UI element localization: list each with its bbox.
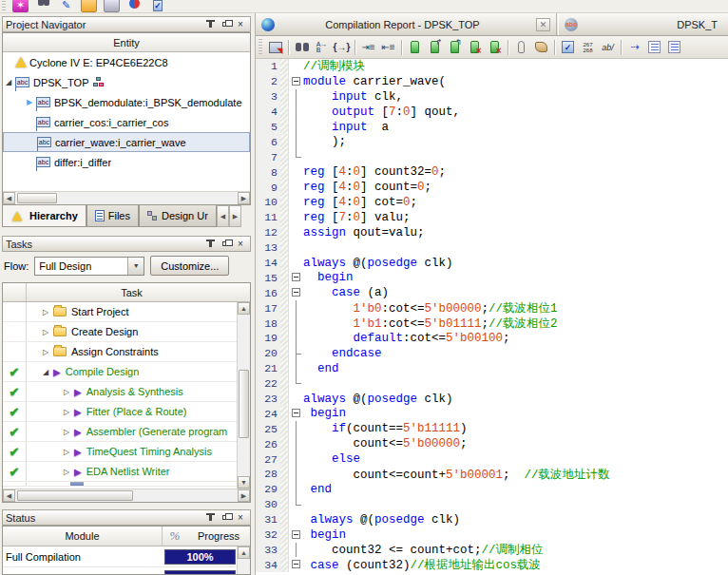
code-line[interactable]: 17 1'b0:cot<=5'b00000;//载波相位1: [256, 300, 728, 316]
float-icon[interactable]: [219, 18, 232, 30]
tasks-hscrollbar[interactable]: ◀ ▶: [3, 489, 250, 502]
code-line[interactable]: 2module carrier_wave(: [256, 74, 728, 89]
tab-files[interactable]: Files: [86, 205, 139, 227]
outdent-icon[interactable]: ⇤≡: [379, 38, 397, 56]
code-line[interactable]: 19 default:cot<=5'b00100;: [256, 331, 728, 346]
code-line[interactable]: 16 case (a): [256, 285, 728, 300]
entity-column-header[interactable]: Entity: [3, 33, 250, 52]
new-window-icon[interactable]: [266, 38, 284, 56]
code-line[interactable]: 15 begin: [256, 270, 728, 285]
find-icon[interactable]: [293, 38, 311, 56]
code-line[interactable]: 9reg [4:0] count=0;: [256, 180, 728, 195]
fold-collapse-icon[interactable]: [292, 77, 300, 86]
tab-hierarchy[interactable]: Hierarchy: [2, 205, 86, 227]
collapsed-icon[interactable]: ▷: [61, 468, 72, 476]
customize-button[interactable]: Customize...: [150, 256, 229, 276]
pin-icon[interactable]: [203, 18, 217, 30]
code-line[interactable]: 28 count<=count+5'b00001; //载波地址计数: [256, 467, 728, 482]
code-line[interactable]: 25 if(count==5'b11111): [256, 421, 728, 436]
window-icon[interactable]: [104, 0, 120, 12]
comment-icon[interactable]: ab/: [599, 38, 617, 56]
tree-item[interactable]: abccarrier_cos:i_carrier_cos: [3, 112, 250, 132]
code-line[interactable]: 31 always @(posedge clk): [256, 512, 728, 527]
bookmark-next-icon[interactable]: ↱: [426, 38, 444, 56]
code-line[interactable]: 23always @(posedge clk): [256, 392, 728, 407]
code-line[interactable]: 1//调制模块: [256, 59, 728, 74]
check-doc-icon[interactable]: ✓: [149, 0, 165, 12]
find-icon[interactable]: [35, 0, 51, 12]
code-line[interactable]: 11reg [7:0] valu;: [256, 210, 728, 225]
task-row[interactable]: ▷Start Project: [3, 302, 237, 322]
code-line[interactable]: 21 end: [256, 361, 728, 376]
code-line[interactable]: 8reg [4:0] count32=0;: [256, 164, 728, 180]
task-row[interactable]: ✔▷▶EDA Netlist Writer: [3, 462, 237, 482]
close-icon[interactable]: ×: [234, 238, 247, 250]
task-row[interactable]: ✔◢▶Compile Design: [3, 362, 237, 382]
task-row[interactable]: ▷Assign Constraints: [3, 342, 237, 362]
code-line[interactable]: 12assign qout=valu;: [256, 225, 728, 240]
fold-collapse-icon[interactable]: [292, 409, 300, 417]
code-line[interactable]: 20 endcase: [256, 346, 728, 361]
tree-item[interactable]: abccarrier_wave:i_carrier_wave: [3, 132, 250, 152]
code-line[interactable]: 22: [256, 376, 728, 392]
scroll-up-icon[interactable]: ▲: [238, 302, 250, 315]
collapsed-icon[interactable]: ▷: [61, 388, 72, 396]
scroll-up-icon[interactable]: ▲: [238, 546, 250, 559]
search-highlight-icon[interactable]: ✶: [12, 0, 29, 12]
expand-play-icon[interactable]: ▶: [24, 98, 35, 106]
scroll-down-icon[interactable]: ▼: [238, 476, 250, 489]
code-line[interactable]: 5 input a: [256, 120, 728, 135]
indent-icon[interactable]: ⇥≡: [359, 38, 377, 56]
fold-collapse-icon[interactable]: [292, 288, 300, 297]
status-row[interactable]: Analysis & Synthesis100%: [3, 567, 238, 575]
tree-item[interactable]: ▶abcBPSK_demodulate:i_BPSK_demodulate: [3, 92, 250, 112]
float-icon[interactable]: [219, 238, 232, 250]
tab-design-units[interactable]: Design Ur: [139, 205, 217, 227]
task-row[interactable]: ▷Create Design: [3, 322, 237, 342]
fold-collapse-icon[interactable]: [292, 560, 300, 568]
format-doc-icon[interactable]: [645, 38, 663, 56]
collapsed-icon[interactable]: ▷: [61, 408, 72, 416]
bookmark-delete-icon[interactable]: ✕: [466, 38, 484, 56]
scroll-left-icon[interactable]: ◀: [3, 192, 15, 204]
code-line[interactable]: 7: [256, 149, 728, 164]
code-line[interactable]: 34 case (count32)//根据地址输出cos载波: [256, 557, 728, 572]
scroll-right-icon[interactable]: ▶: [238, 489, 250, 502]
tree-item[interactable]: abcdiffer:i_differ: [3, 152, 250, 172]
compile-icon[interactable]: [126, 0, 143, 12]
flow-dropdown[interactable]: Full Design ▼: [34, 257, 144, 276]
code-line[interactable]: 3 input clk,: [256, 89, 728, 105]
float-icon[interactable]: [219, 511, 232, 524]
bookmark-delete-all-icon[interactable]: ✕: [486, 38, 504, 56]
pin-icon[interactable]: [203, 238, 217, 250]
scroll-right-icon[interactable]: ▶: [238, 192, 250, 204]
code-line[interactable]: 6 );: [256, 134, 728, 149]
code-editor[interactable]: 1//调制模块2module carrier_wave(3 input clk,…: [256, 59, 728, 575]
code-line[interactable]: 13: [256, 240, 728, 256]
bookmark-icon[interactable]: [406, 38, 424, 56]
close-tab-icon[interactable]: ✕: [536, 18, 550, 31]
line-numbers-icon[interactable]: 267268: [579, 38, 597, 56]
code-line[interactable]: 30: [256, 497, 728, 512]
tab-dpsk-top[interactable]: abc DPSK_T: [559, 13, 728, 35]
replace-icon[interactable]: A→B: [313, 38, 331, 56]
toolbar-grip[interactable]: [2, 1, 6, 12]
macro-icon[interactable]: [532, 38, 550, 56]
code-line[interactable]: 14always @(posedge clk): [256, 256, 728, 271]
collapsed-icon[interactable]: ▷: [61, 428, 72, 436]
code-line[interactable]: 26 count<=5'b00000;: [256, 436, 728, 451]
code-line[interactable]: 27 else: [256, 451, 728, 467]
collapsed-icon[interactable]: ▷: [40, 328, 51, 336]
task-row-partial[interactable]: [3, 482, 250, 487]
open-icon[interactable]: [81, 0, 97, 12]
task-row[interactable]: ✔▷▶Assembler (Generate program: [3, 422, 237, 442]
fold-collapse-icon[interactable]: [292, 273, 300, 281]
collapsed-icon[interactable]: ▷: [40, 308, 51, 316]
code-line[interactable]: 29 end: [256, 482, 728, 497]
doc-help-icon[interactable]: [665, 38, 683, 56]
code-line[interactable]: 18 1'b1:cot<=5'b01111;//载波相位2: [256, 316, 728, 331]
goto-icon[interactable]: ⇢: [625, 38, 643, 56]
close-icon[interactable]: ×: [234, 18, 247, 30]
device-row[interactable]: Cyclone IV E: EP4CE6E22C8: [3, 52, 250, 72]
code-line[interactable]: 24 begin: [256, 406, 728, 421]
